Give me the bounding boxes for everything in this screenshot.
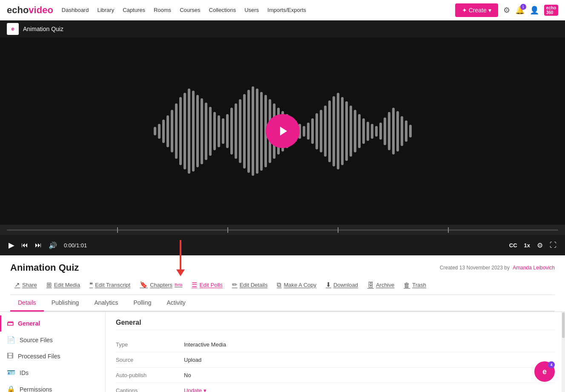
detail-row-source: Source Upload	[116, 352, 555, 368]
media-meta: Created 13 November 2023 by Amanda Leibo…	[440, 265, 555, 271]
waveform-bar	[158, 124, 161, 139]
waveform-bar	[354, 110, 356, 152]
nav-captures[interactable]: Captures	[123, 7, 145, 13]
fullscreen-button[interactable]: ⛶	[550, 241, 556, 249]
sidebar-item-general[interactable]: 🗃 General	[0, 315, 105, 332]
echo360-logo: echo360	[544, 5, 558, 16]
waveform-bar	[247, 90, 250, 173]
trash-button[interactable]: 🗑 Trash	[399, 279, 430, 291]
edit-details-icon: ✏	[232, 281, 238, 289]
media-header: Animation Quiz Created 13 November 2023 …	[10, 262, 555, 273]
avatar-badge: 4	[548, 361, 555, 368]
sidebar-item-processed-files[interactable]: 🎞 Processed Files	[0, 348, 105, 364]
tab-activity[interactable]: Activity	[159, 295, 193, 312]
svg-marker-0	[280, 127, 287, 136]
waveform-bar	[192, 91, 195, 172]
sidebar: 🗃 General 📄 Source Files 🎞 Processed Fil…	[0, 312, 106, 392]
waveform-bar	[230, 108, 233, 155]
download-label: Download	[333, 282, 358, 288]
permissions-icon: 🔒	[7, 385, 15, 392]
logo[interactable]: echo video	[7, 5, 53, 16]
sidebar-item-source-files[interactable]: 📄 Source Files	[0, 332, 105, 348]
scrollbar-thumb[interactable]	[562, 312, 565, 338]
waveform-bar	[154, 127, 156, 135]
meta-author[interactable]: Amanda Leibovich	[513, 265, 555, 271]
breadcrumb-icon: e	[7, 23, 19, 35]
edit-transcript-button[interactable]: ❝ Edit Transcript	[85, 278, 135, 291]
timeline-track[interactable]	[7, 229, 558, 231]
content-area: Animation Quiz Created 13 November 2023 …	[0, 255, 565, 312]
waveform-bar	[196, 95, 199, 167]
waveform-bar	[384, 117, 386, 145]
waveform-bar	[256, 89, 258, 174]
waveform-bar	[184, 93, 186, 169]
make-copy-icon: ⧉	[277, 281, 281, 289]
detail-panel: General Type Interactive Media Source Up…	[106, 312, 565, 392]
waveform-bar	[315, 113, 318, 149]
tab-analytics[interactable]: Analytics	[86, 295, 126, 312]
captions-button[interactable]: CC	[509, 242, 517, 249]
source-files-icon: 📄	[7, 336, 15, 344]
type-label: Type	[116, 341, 184, 348]
share-button[interactable]: ↗ Share	[10, 278, 41, 291]
edit-details-button[interactable]: ✏ Edit Details	[228, 278, 272, 291]
user-avatar-button[interactable]: 👤	[530, 6, 539, 15]
waveform-bar	[175, 103, 178, 159]
nav-library[interactable]: Library	[97, 7, 114, 13]
play-control-button[interactable]: ▶	[9, 240, 14, 250]
settings-button[interactable]: ⚙	[503, 6, 510, 15]
nav-imports-exports[interactable]: Imports/Exports	[267, 7, 306, 13]
edit-media-button[interactable]: ⊞ Edit Media	[42, 278, 84, 291]
speed-button[interactable]: 1x	[524, 242, 530, 249]
captions-update-button[interactable]: Update ▾	[184, 387, 206, 392]
edit-polls-button[interactable]: ☰ Edit Polls	[187, 278, 227, 291]
detail-row-type: Type Interactive Media	[116, 337, 555, 352]
video-area	[0, 37, 565, 225]
tab-publishing[interactable]: Publishing	[44, 295, 87, 312]
detail-row-captions: Captions Update ▾	[116, 383, 555, 392]
archive-icon: 🗄	[367, 281, 374, 289]
processed-files-icon: 🎞	[7, 352, 14, 360]
make-copy-button[interactable]: ⧉ Make A Copy	[272, 278, 321, 291]
waveform-bar	[409, 125, 412, 137]
nav-collections[interactable]: Collections	[209, 7, 236, 13]
download-button[interactable]: ⬇ Download	[321, 278, 362, 291]
sidebar-processed-files-label: Processed Files	[18, 353, 60, 360]
scrollbar-track[interactable]	[562, 312, 565, 392]
archive-button[interactable]: 🗄 Archive	[363, 279, 399, 291]
notification-wrapper: 🔔 1	[515, 6, 525, 15]
skip-back-button[interactable]: ⏮	[21, 241, 28, 249]
settings-control-button[interactable]: ⚙	[537, 241, 543, 249]
waveform-bar	[345, 101, 348, 161]
edit-polls-label: Edit Polls	[199, 282, 222, 288]
video-timeline[interactable]	[0, 225, 565, 235]
nav-courses[interactable]: Courses	[180, 7, 200, 13]
breadcrumb-title: Animation Quiz	[23, 26, 63, 32]
time-display: 0:00/1:01	[64, 242, 87, 249]
captions-label: Captions	[116, 387, 184, 392]
avatar-fab[interactable]: e 4	[534, 361, 555, 382]
nav-rooms[interactable]: Rooms	[154, 7, 171, 13]
skip-forward-button[interactable]: ⏭	[35, 241, 42, 249]
ids-icon: 🪪	[7, 369, 15, 377]
sidebar-general-label: General	[18, 320, 40, 327]
tabs-bar: Details Publishing Analytics Polling Act…	[10, 295, 555, 312]
edit-media-label: Edit Media	[54, 282, 80, 288]
sidebar-ids-label: IDs	[20, 369, 29, 376]
waveform-bar	[379, 123, 382, 140]
tab-polling[interactable]: Polling	[126, 295, 159, 312]
waveform-bar	[226, 114, 229, 148]
nav-dashboard[interactable]: Dashboard	[62, 7, 89, 13]
waveform-bar	[171, 110, 173, 152]
meta-prefix: Created 13 November 2023 by	[440, 265, 510, 271]
volume-button[interactable]: 🔊	[49, 241, 57, 249]
nav-users[interactable]: Users	[244, 7, 259, 13]
tab-details[interactable]: Details	[10, 295, 44, 312]
play-button[interactable]	[266, 114, 300, 148]
create-button[interactable]: ✦ Create ▾	[455, 3, 498, 17]
chapters-button[interactable]: 🔖 Chapters Beta	[135, 278, 186, 291]
main-layout: 🗃 General 📄 Source Files 🎞 Processed Fil…	[0, 312, 565, 392]
waveform-bar	[401, 116, 403, 146]
sidebar-item-ids[interactable]: 🪪 IDs	[0, 364, 105, 381]
sidebar-item-permissions[interactable]: 🔒 Permissions	[0, 381, 105, 392]
